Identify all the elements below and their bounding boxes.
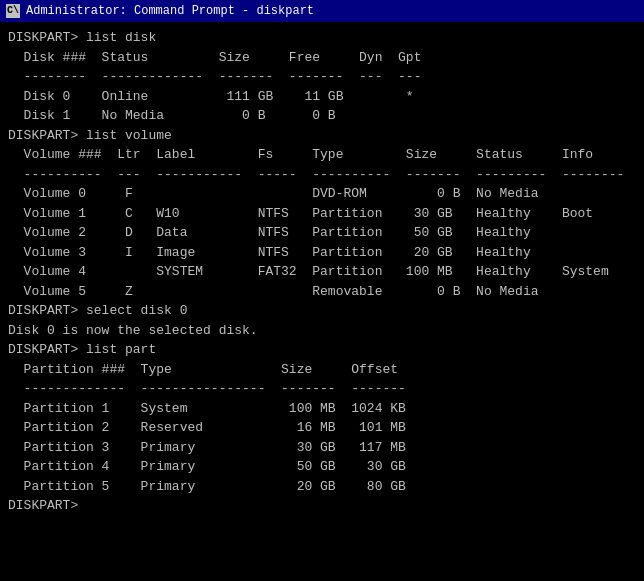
console-line: ---------- --- ----------- ----- -------… (8, 165, 636, 185)
console-line: Disk 0 Online 111 GB 11 GB * (8, 87, 636, 107)
console-line: ------------- ---------------- ------- -… (8, 379, 636, 399)
console-line: Volume 5 Z Removable 0 B No Media (8, 282, 636, 302)
console-line: Disk ### Status Size Free Dyn Gpt (8, 48, 636, 68)
title-text: Administrator: Command Prompt - diskpart (26, 4, 314, 18)
console-line: DISKPART> list part (8, 340, 636, 360)
title-icon: C\ (6, 4, 20, 18)
console-line: Partition 5 Primary 20 GB 80 GB (8, 477, 636, 497)
console-line: DISKPART> select disk 0 (8, 301, 636, 321)
console-line: Disk 0 is now the selected disk. (8, 321, 636, 341)
console-line: Volume 4 SYSTEM FAT32 Partition 100 MB H… (8, 262, 636, 282)
console-line: Volume 3 I Image NTFS Partition 20 GB He… (8, 243, 636, 263)
console-line: Disk 1 No Media 0 B 0 B (8, 106, 636, 126)
console-line: DISKPART> list disk (8, 28, 636, 48)
title-bar: C\ Administrator: Command Prompt - diskp… (0, 0, 644, 22)
console-line: -------- ------------- ------- ------- -… (8, 67, 636, 87)
console-line: Partition 1 System 100 MB 1024 KB (8, 399, 636, 419)
console-line: DISKPART> list volume (8, 126, 636, 146)
console-line: Partition 3 Primary 30 GB 117 MB (8, 438, 636, 458)
console-output: DISKPART> list disk Disk ### Status Size… (0, 22, 644, 522)
console-line: Volume 0 F DVD-ROM 0 B No Media (8, 184, 636, 204)
console-line: Partition ### Type Size Offset (8, 360, 636, 380)
console-line: DISKPART> (8, 496, 636, 516)
console-line: Partition 2 Reserved 16 MB 101 MB (8, 418, 636, 438)
console-line: Partition 4 Primary 50 GB 30 GB (8, 457, 636, 477)
console-line: Volume 1 C W10 NTFS Partition 30 GB Heal… (8, 204, 636, 224)
console-line: Volume ### Ltr Label Fs Type Size Status… (8, 145, 636, 165)
console-line: Volume 2 D Data NTFS Partition 50 GB Hea… (8, 223, 636, 243)
